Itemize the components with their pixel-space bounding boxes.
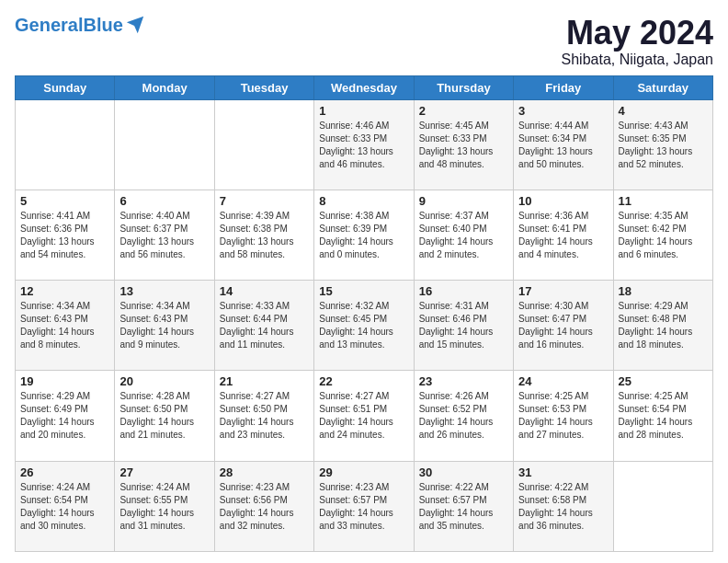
week-row-5: 26Sunrise: 4:24 AM Sunset: 6:54 PM Dayli… bbox=[16, 461, 713, 551]
cell-info: Sunrise: 4:33 AM Sunset: 6:44 PM Dayligh… bbox=[220, 300, 309, 351]
month-title: May 2024 bbox=[562, 15, 713, 52]
table-cell: 17Sunrise: 4:30 AM Sunset: 6:47 PM Dayli… bbox=[514, 281, 613, 371]
table-cell bbox=[214, 99, 313, 190]
table-cell: 21Sunrise: 4:27 AM Sunset: 6:50 PM Dayli… bbox=[214, 371, 313, 461]
cell-day-number: 25 bbox=[619, 374, 708, 388]
cell-day-number: 26 bbox=[20, 465, 109, 479]
table-cell: 8Sunrise: 4:38 AM Sunset: 6:39 PM Daylig… bbox=[314, 190, 414, 280]
cell-day-number: 30 bbox=[419, 465, 508, 479]
cell-info: Sunrise: 4:43 AM Sunset: 6:35 PM Dayligh… bbox=[619, 120, 708, 171]
table-cell: 10Sunrise: 4:36 AM Sunset: 6:41 PM Dayli… bbox=[514, 190, 613, 280]
header: GeneralBlue May 2024 Shibata, Niigata, J… bbox=[15, 15, 713, 68]
table-cell: 18Sunrise: 4:29 AM Sunset: 6:48 PM Dayli… bbox=[613, 281, 712, 371]
cell-info: Sunrise: 4:32 AM Sunset: 6:45 PM Dayligh… bbox=[319, 300, 408, 351]
week-row-4: 19Sunrise: 4:29 AM Sunset: 6:49 PM Dayli… bbox=[16, 371, 713, 461]
cell-info: Sunrise: 4:23 AM Sunset: 6:56 PM Dayligh… bbox=[220, 481, 309, 533]
cell-day-number: 19 bbox=[20, 374, 109, 388]
week-row-1: 1Sunrise: 4:46 AM Sunset: 6:33 PM Daylig… bbox=[16, 99, 713, 190]
cell-info: Sunrise: 4:29 AM Sunset: 6:49 PM Dayligh… bbox=[20, 390, 109, 442]
cell-day-number: 12 bbox=[20, 284, 109, 298]
cell-info: Sunrise: 4:29 AM Sunset: 6:48 PM Dayligh… bbox=[619, 300, 708, 351]
cell-day-number: 20 bbox=[119, 374, 209, 388]
table-cell: 19Sunrise: 4:29 AM Sunset: 6:49 PM Dayli… bbox=[16, 371, 115, 461]
table-cell bbox=[613, 461, 712, 551]
table-cell: 2Sunrise: 4:45 AM Sunset: 6:33 PM Daylig… bbox=[414, 99, 513, 190]
table-cell: 29Sunrise: 4:23 AM Sunset: 6:57 PM Dayli… bbox=[314, 461, 414, 551]
calendar-table: Sunday Monday Tuesday Wednesday Thursday… bbox=[15, 75, 713, 552]
page: GeneralBlue May 2024 Shibata, Niigata, J… bbox=[0, 0, 728, 563]
table-cell: 23Sunrise: 4:26 AM Sunset: 6:52 PM Dayli… bbox=[414, 371, 513, 461]
cell-info: Sunrise: 4:22 AM Sunset: 6:57 PM Dayligh… bbox=[419, 481, 508, 533]
logo-text: GeneralBlue bbox=[15, 16, 123, 34]
calendar-header-row: Sunday Monday Tuesday Wednesday Thursday… bbox=[16, 75, 713, 99]
table-cell: 9Sunrise: 4:37 AM Sunset: 6:40 PM Daylig… bbox=[414, 190, 513, 280]
cell-info: Sunrise: 4:40 AM Sunset: 6:37 PM Dayligh… bbox=[119, 210, 209, 261]
cell-info: Sunrise: 4:39 AM Sunset: 6:38 PM Dayligh… bbox=[220, 210, 309, 261]
cell-day-number: 6 bbox=[119, 194, 209, 208]
table-cell: 28Sunrise: 4:23 AM Sunset: 6:56 PM Dayli… bbox=[214, 461, 313, 551]
logo: GeneralBlue bbox=[15, 15, 145, 35]
cell-info: Sunrise: 4:27 AM Sunset: 6:51 PM Dayligh… bbox=[319, 390, 408, 442]
cell-day-number: 4 bbox=[619, 104, 708, 118]
header-tuesday: Tuesday bbox=[214, 75, 313, 99]
cell-info: Sunrise: 4:34 AM Sunset: 6:43 PM Dayligh… bbox=[119, 300, 209, 351]
table-cell: 7Sunrise: 4:39 AM Sunset: 6:38 PM Daylig… bbox=[214, 190, 313, 280]
cell-day-number: 24 bbox=[518, 374, 608, 388]
logo-blue: Blue bbox=[83, 15, 122, 35]
cell-day-number: 5 bbox=[20, 194, 109, 208]
cell-info: Sunrise: 4:26 AM Sunset: 6:52 PM Dayligh… bbox=[419, 390, 508, 442]
cell-info: Sunrise: 4:28 AM Sunset: 6:50 PM Dayligh… bbox=[119, 390, 209, 442]
cell-day-number: 15 bbox=[319, 284, 408, 298]
cell-info: Sunrise: 4:30 AM Sunset: 6:47 PM Dayligh… bbox=[518, 300, 608, 351]
table-cell: 26Sunrise: 4:24 AM Sunset: 6:54 PM Dayli… bbox=[16, 461, 115, 551]
cell-day-number: 17 bbox=[518, 284, 608, 298]
table-cell: 13Sunrise: 4:34 AM Sunset: 6:43 PM Dayli… bbox=[115, 281, 214, 371]
cell-day-number: 21 bbox=[220, 374, 309, 388]
table-cell: 6Sunrise: 4:40 AM Sunset: 6:37 PM Daylig… bbox=[115, 190, 214, 280]
table-cell: 20Sunrise: 4:28 AM Sunset: 6:50 PM Dayli… bbox=[115, 371, 214, 461]
cell-info: Sunrise: 4:41 AM Sunset: 6:36 PM Dayligh… bbox=[20, 210, 109, 261]
cell-info: Sunrise: 4:37 AM Sunset: 6:40 PM Dayligh… bbox=[419, 210, 508, 261]
cell-info: Sunrise: 4:24 AM Sunset: 6:54 PM Dayligh… bbox=[20, 481, 109, 533]
cell-day-number: 18 bbox=[619, 284, 708, 298]
cell-day-number: 8 bbox=[319, 194, 408, 208]
table-cell: 22Sunrise: 4:27 AM Sunset: 6:51 PM Dayli… bbox=[314, 371, 414, 461]
table-cell bbox=[16, 99, 115, 190]
cell-info: Sunrise: 4:36 AM Sunset: 6:41 PM Dayligh… bbox=[518, 210, 608, 261]
cell-day-number: 13 bbox=[119, 284, 209, 298]
cell-day-number: 22 bbox=[319, 374, 408, 388]
table-cell: 3Sunrise: 4:44 AM Sunset: 6:34 PM Daylig… bbox=[514, 99, 613, 190]
logo-general: General bbox=[15, 15, 83, 35]
cell-info: Sunrise: 4:24 AM Sunset: 6:55 PM Dayligh… bbox=[119, 481, 209, 533]
cell-info: Sunrise: 4:22 AM Sunset: 6:58 PM Dayligh… bbox=[518, 481, 608, 533]
cell-day-number: 11 bbox=[619, 194, 708, 208]
cell-info: Sunrise: 4:31 AM Sunset: 6:46 PM Dayligh… bbox=[419, 300, 508, 351]
table-cell bbox=[115, 99, 214, 190]
week-row-3: 12Sunrise: 4:34 AM Sunset: 6:43 PM Dayli… bbox=[16, 281, 713, 371]
table-cell: 15Sunrise: 4:32 AM Sunset: 6:45 PM Dayli… bbox=[314, 281, 414, 371]
header-saturday: Saturday bbox=[613, 75, 712, 99]
table-cell: 14Sunrise: 4:33 AM Sunset: 6:44 PM Dayli… bbox=[214, 281, 313, 371]
cell-day-number: 3 bbox=[518, 104, 608, 118]
table-cell: 11Sunrise: 4:35 AM Sunset: 6:42 PM Dayli… bbox=[613, 190, 712, 280]
header-friday: Friday bbox=[514, 75, 613, 99]
cell-day-number: 1 bbox=[319, 104, 408, 118]
header-monday: Monday bbox=[115, 75, 214, 99]
cell-info: Sunrise: 4:46 AM Sunset: 6:33 PM Dayligh… bbox=[319, 120, 408, 171]
cell-day-number: 2 bbox=[419, 104, 508, 118]
cell-info: Sunrise: 4:44 AM Sunset: 6:34 PM Dayligh… bbox=[518, 120, 608, 171]
cell-info: Sunrise: 4:35 AM Sunset: 6:42 PM Dayligh… bbox=[619, 210, 708, 261]
cell-info: Sunrise: 4:23 AM Sunset: 6:57 PM Dayligh… bbox=[319, 481, 408, 533]
table-cell: 31Sunrise: 4:22 AM Sunset: 6:58 PM Dayli… bbox=[514, 461, 613, 551]
cell-day-number: 29 bbox=[319, 465, 408, 479]
table-cell: 27Sunrise: 4:24 AM Sunset: 6:55 PM Dayli… bbox=[115, 461, 214, 551]
cell-day-number: 10 bbox=[518, 194, 608, 208]
cell-day-number: 31 bbox=[518, 465, 608, 479]
table-cell: 16Sunrise: 4:31 AM Sunset: 6:46 PM Dayli… bbox=[414, 281, 513, 371]
table-cell: 24Sunrise: 4:25 AM Sunset: 6:53 PM Dayli… bbox=[514, 371, 613, 461]
cell-day-number: 16 bbox=[419, 284, 508, 298]
table-cell: 5Sunrise: 4:41 AM Sunset: 6:36 PM Daylig… bbox=[16, 190, 115, 280]
header-thursday: Thursday bbox=[414, 75, 513, 99]
table-cell: 1Sunrise: 4:46 AM Sunset: 6:33 PM Daylig… bbox=[314, 99, 414, 190]
cell-info: Sunrise: 4:25 AM Sunset: 6:53 PM Dayligh… bbox=[518, 390, 608, 442]
